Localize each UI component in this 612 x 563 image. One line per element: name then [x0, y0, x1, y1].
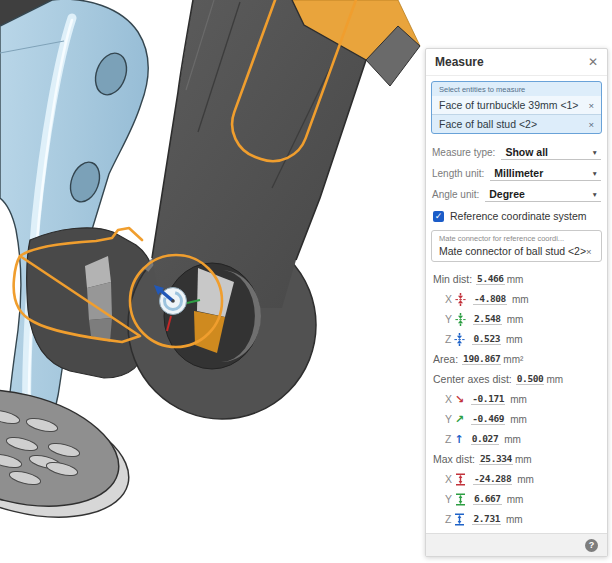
panel-body: Select entities to measure Face of turnb…: [426, 76, 607, 533]
result-unit: mm: [507, 314, 524, 325]
part-perforated-disc[interactable]: [0, 370, 141, 536]
max-dist-x-row: X -24.288 mm: [433, 469, 603, 489]
dropdown-label: Angle unit:: [432, 189, 479, 202]
result-value: 2.731: [472, 513, 501, 525]
selected-entity-text: Face of turnbuckle 39mm <1>: [439, 99, 579, 111]
eye-hole: [164, 263, 261, 369]
checkbox-checked-icon[interactable]: ✓: [433, 211, 444, 222]
result-unit: mm: [546, 374, 563, 385]
mate-connector-box[interactable]: Mate connector for reference coordi... M…: [431, 230, 602, 262]
result-unit: mm: [504, 434, 521, 445]
panel-title: Measure: [435, 55, 484, 69]
checkbox-label: Reference coordinate system: [450, 210, 587, 222]
dropdown-value: Show all: [505, 146, 548, 158]
min-dist-y-row: Y 2.548 mm: [433, 309, 603, 329]
result-unit: mm: [515, 454, 532, 465]
result-label: Area:: [433, 353, 458, 365]
result-label: Max dist:: [433, 453, 475, 465]
result-value: 25.334: [479, 453, 513, 465]
result-label: Min dist:: [433, 273, 472, 285]
result-unit: mm: [507, 274, 524, 285]
ibeam-icon: [454, 513, 465, 526]
measure-panel: Measure ✕ Select entities to measure Fac…: [425, 48, 608, 557]
result-value: -4.808: [473, 293, 507, 305]
result-value: -0.469: [471, 413, 505, 425]
dropdown-value: Millimeter: [494, 167, 543, 179]
min-dist-z-row: Z 0.523 mm: [433, 329, 603, 349]
converge-icon: [454, 333, 465, 346]
axis-letter: Y: [445, 313, 452, 325]
remove-entity-icon[interactable]: ×: [584, 119, 594, 130]
result-value: 5.466: [476, 273, 505, 285]
length-unit-dropdown[interactable]: Length unit: Millimeter ▼: [426, 160, 607, 181]
chevron-down-icon[interactable]: ▼: [592, 149, 598, 158]
min-dist-x-row: X -4.808 mm: [433, 289, 603, 309]
dropdown-label: Measure type:: [432, 147, 495, 160]
remove-mate-icon[interactable]: ×: [586, 246, 592, 257]
result-unit: mm: [506, 334, 523, 345]
part-blue-bracket[interactable]: [0, 0, 148, 441]
entity-selection-box[interactable]: Select entities to measure Face of turnb…: [431, 81, 602, 134]
converge-icon: [455, 313, 466, 326]
axis-letter: X: [445, 393, 452, 405]
panel-header: Measure ✕: [426, 49, 607, 76]
center-x-row: X ↘ -0.171 mm: [433, 389, 603, 409]
axis-letter: Z: [445, 433, 451, 445]
axis-letter: Y: [445, 493, 452, 505]
result-value: -0.171: [471, 393, 505, 405]
axis-letter: X: [445, 473, 452, 485]
result-value: 2.548: [473, 313, 502, 325]
result-value: 0.523: [472, 333, 501, 345]
dropdown-label: Length unit:: [432, 168, 484, 181]
help-icon[interactable]: ?: [585, 539, 598, 552]
dropdown-value: Degree: [489, 188, 525, 200]
panel-footer: ?: [426, 533, 607, 556]
axis-letter: Y: [445, 413, 452, 425]
measure-type-dropdown[interactable]: Measure type: Show all ▼: [426, 139, 607, 160]
result-value: 190.867: [462, 353, 501, 365]
converge-icon: [455, 293, 466, 306]
result-unit: mm: [517, 474, 534, 485]
result-unit: mm: [512, 294, 529, 305]
up-arrow-icon: ↑: [454, 434, 463, 445]
ibeam-icon: [455, 473, 466, 486]
result-value: 6.667: [473, 493, 502, 505]
center-axes-dist-row: Center axes dist: 0.500 mm: [433, 369, 603, 389]
chevron-down-icon[interactable]: ▼: [592, 191, 598, 200]
close-icon[interactable]: ✕: [588, 56, 598, 68]
center-z-row: Z ↑ 0.027 mm: [433, 429, 603, 449]
result-unit: mm²: [503, 354, 523, 365]
ibeam-icon: [455, 493, 466, 506]
result-value: 0.500: [516, 373, 545, 385]
max-dist-y-row: Y 6.667 mm: [433, 489, 603, 509]
result-value: 0.027: [471, 433, 500, 445]
result-unit: mm: [510, 394, 527, 405]
max-dist-z-row: Z 2.731 mm: [433, 509, 603, 529]
axis-letter: Z: [445, 513, 451, 525]
selection-box-label: Select entities to measure: [432, 82, 601, 96]
chevron-down-icon[interactable]: ▼: [592, 170, 598, 179]
area-row: Area: 190.867 mm²: [433, 349, 603, 369]
result-unit: mm: [506, 514, 523, 525]
min-dist-row: Min dist: 5.466 mm: [433, 269, 603, 289]
measurement-results: Min dist: 5.466 mm X -4.808 mm Y 2.548 m…: [426, 269, 607, 529]
center-y-row: Y ↗ -0.469 mm: [433, 409, 603, 429]
selected-entity-row[interactable]: Face of turnbuckle 39mm <1> ×: [432, 96, 601, 115]
selected-entity-row[interactable]: Face of ball stud <2> ×: [432, 115, 601, 133]
result-unit: mm: [510, 414, 527, 425]
mate-connector-label: Mate connector for reference coordi...: [439, 234, 594, 243]
result-label: Center axes dist:: [433, 373, 512, 385]
remove-entity-icon[interactable]: ×: [584, 100, 594, 111]
result-value: -24.288: [473, 473, 512, 485]
selected-entity-text: Face of ball stud <2>: [439, 118, 537, 130]
diagonal-arrow-icon: ↘: [455, 394, 464, 405]
max-dist-row: Max dist: 25.334 mm: [433, 449, 603, 469]
axis-letter: Z: [445, 333, 451, 345]
axis-letter: X: [445, 293, 452, 305]
angle-unit-dropdown[interactable]: Angle unit: Degree ▼: [426, 181, 607, 202]
result-unit: mm: [507, 494, 524, 505]
reference-coordinate-checkbox-row[interactable]: ✓ Reference coordinate system: [433, 210, 600, 222]
diagonal-arrow-icon: ↗: [455, 414, 464, 425]
mate-connector-value: Mate connector of ball stud <2>: [439, 245, 586, 257]
